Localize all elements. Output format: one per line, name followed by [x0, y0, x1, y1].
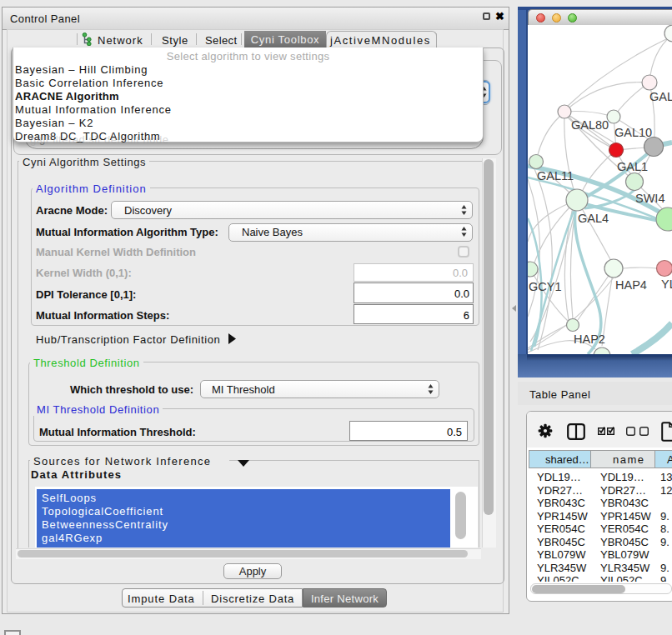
svg-text:GAL10: GAL10	[614, 126, 652, 139]
svg-text:GAL80: GAL80	[571, 118, 609, 132]
svg-text:GCY1: GCY1	[529, 280, 562, 293]
svg-text:GAL4: GAL4	[578, 212, 609, 225]
svg-text:HAP4: HAP4	[615, 278, 647, 292]
svg-text:GAL1: GAL1	[617, 160, 648, 173]
svg-text:SWI4: SWI4	[635, 192, 664, 205]
svg-text:YL: YL	[661, 278, 672, 291]
svg-text:HAP2: HAP2	[574, 332, 605, 346]
svg-text:GAL7: GAL7	[649, 90, 672, 103]
svg-text:GAL11: GAL11	[537, 169, 574, 182]
